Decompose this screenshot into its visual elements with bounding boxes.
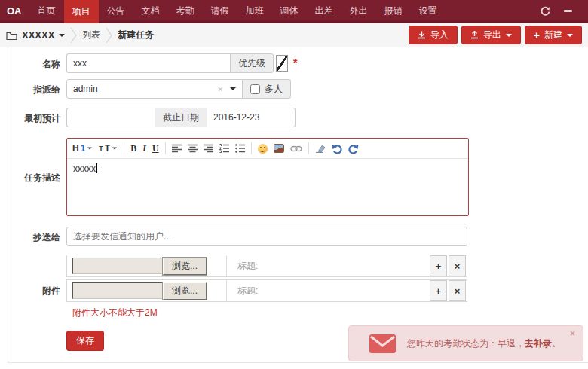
attachment-title-input[interactable]: 标题: — [226, 255, 430, 276]
attachment-title-input[interactable]: 标题: — [226, 280, 430, 301]
attachment-title-label: 标题: — [237, 260, 258, 273]
priority-label: 优先级 — [230, 53, 274, 73]
link-icon[interactable] — [290, 145, 302, 152]
attachment-row-actions: + × — [430, 280, 467, 301]
toast-action-link[interactable]: 去补录 — [525, 338, 552, 349]
attachment-row: 浏览... 标题: + × — [66, 255, 467, 277]
breadcrumb: XXXXX 列表 新建任务 — [6, 26, 154, 44]
chevron-down-icon — [59, 34, 65, 37]
cc-group — [66, 227, 467, 246]
chevron-down-icon[interactable] — [230, 87, 236, 90]
attachment-row-actions: + × — [430, 255, 467, 276]
assignee-label: 指派给 — [0, 84, 60, 96]
toast-message: 您昨天的考勤状态为：早退，去补录。 — [407, 337, 561, 350]
navbar-right — [540, 0, 588, 23]
minimize-icon[interactable] — [562, 5, 573, 16]
toolbar-divider — [165, 142, 166, 154]
breadcrumb-separator-icon — [70, 26, 77, 44]
nav-item-announcements[interactable]: 公告 — [99, 0, 133, 23]
unordered-list-icon[interactable] — [235, 144, 245, 153]
upload-icon — [470, 31, 479, 39]
save-button[interactable]: 保存 — [66, 331, 104, 351]
attendance-toast: 您昨天的考勤状态为：早退，去补录。 × — [348, 325, 583, 361]
estimate-input[interactable] — [66, 108, 155, 127]
cc-input[interactable] — [66, 227, 467, 246]
nav-item-attendance[interactable]: 考勤 — [168, 0, 203, 23]
add-attachment-button[interactable]: + — [430, 280, 447, 301]
bold-button[interactable]: B — [130, 144, 136, 153]
plus-icon: + — [534, 30, 540, 41]
align-left-icon[interactable] — [172, 144, 182, 153]
estimate-group: 截止日期 — [66, 108, 296, 127]
image-icon[interactable] — [274, 144, 284, 153]
nav-item-settings[interactable]: 设置 — [411, 0, 446, 23]
nav-item-leave[interactable]: 请假 — [203, 0, 237, 23]
remove-attachment-button[interactable]: × — [449, 280, 466, 301]
remove-attachment-button[interactable]: × — [449, 255, 466, 276]
description-editor: H1 TT B I U — [66, 138, 469, 216]
top-navbar: OA 首页 项目 公告 文档 考勤 请假 加班 调休 出差 外出 报销 设置 — [0, 0, 588, 23]
deadline-input[interactable] — [207, 108, 296, 127]
align-center-icon[interactable] — [188, 144, 198, 153]
required-asterisk: * — [293, 56, 297, 73]
nav-item-overtime[interactable]: 加班 — [237, 0, 272, 23]
import-button[interactable]: 导入 — [409, 26, 458, 44]
assignee-group: admin × 多人 — [66, 79, 291, 99]
ordered-list-icon[interactable] — [219, 144, 229, 153]
remove-format-icon[interactable] — [315, 144, 326, 153]
export-button[interactable]: 导出 — [461, 26, 521, 44]
chevron-down-icon — [567, 34, 573, 37]
breadcrumb-list-link[interactable]: 列表 — [82, 29, 100, 41]
project-dropdown[interactable]: XXXXX — [6, 29, 65, 41]
multi-assign-checkbox[interactable] — [250, 84, 260, 94]
action-buttons: 导入 导出 + 新建 — [409, 26, 582, 44]
attachment-size-hint: 附件大小不能大于2M — [72, 306, 158, 319]
file-input[interactable]: 浏览... — [72, 282, 207, 299]
priority-input[interactable] — [276, 55, 288, 72]
nav-item-home[interactable]: 首页 — [29, 0, 64, 23]
align-right-icon[interactable] — [204, 144, 213, 153]
heading-dropdown[interactable]: H1 — [72, 144, 93, 153]
estimate-label: 最初预计 — [0, 112, 60, 125]
browse-button[interactable]: 浏览... — [163, 258, 207, 275]
toolbar-divider — [251, 142, 252, 154]
multi-assign-label: 多人 — [265, 83, 283, 96]
nav-item-out[interactable]: 外出 — [341, 0, 376, 23]
app-logo[interactable]: OA — [0, 0, 29, 23]
folder-icon — [6, 31, 17, 40]
main-menu: 首页 项目 公告 文档 考勤 请假 加班 调休 出差 外出 报销 设置 — [29, 0, 446, 23]
editor-toolbar: H1 TT B I U — [67, 139, 468, 159]
toolbar-divider — [124, 142, 124, 154]
description-textarea[interactable]: xxxxx — [67, 159, 468, 215]
add-attachment-button[interactable]: + — [430, 255, 447, 276]
name-group: 优先级 * — [66, 53, 297, 73]
multi-assign-addon: 多人 — [243, 79, 291, 99]
close-icon[interactable]: × — [570, 328, 575, 339]
assignee-select[interactable]: admin × — [66, 79, 243, 99]
italic-button[interactable]: I — [142, 144, 146, 153]
assignee-value: admin — [73, 84, 217, 94]
nav-item-projects[interactable]: 项目 — [64, 0, 99, 23]
clear-icon[interactable]: × — [217, 84, 223, 95]
font-size-dropdown[interactable]: TT — [99, 144, 118, 153]
breadcrumb-separator-icon — [106, 26, 112, 44]
text-cursor — [96, 163, 97, 173]
download-icon — [418, 31, 426, 39]
nav-item-reimburse[interactable]: 报销 — [376, 0, 411, 23]
refresh-icon[interactable] — [540, 5, 550, 16]
deadline-label: 截止日期 — [155, 108, 207, 127]
nav-item-business-trip[interactable]: 出差 — [307, 0, 341, 23]
browse-button[interactable]: 浏览... — [163, 282, 207, 300]
nav-item-documents[interactable]: 文档 — [133, 0, 168, 23]
create-button[interactable]: + 新建 — [525, 26, 582, 44]
description-text: xxxxx — [73, 163, 96, 174]
nav-item-comp-leave[interactable]: 调休 — [272, 0, 307, 23]
undo-icon[interactable] — [332, 144, 342, 154]
toolbar-divider — [308, 142, 309, 154]
emoji-icon[interactable] — [258, 144, 268, 154]
underline-button[interactable]: U — [152, 144, 159, 153]
file-input[interactable]: 浏览... — [72, 258, 207, 274]
name-input[interactable] — [66, 53, 230, 73]
breadcrumb-bar: XXXXX 列表 新建任务 导入 导出 + 新建 — [0, 23, 588, 47]
redo-icon[interactable] — [348, 144, 359, 154]
